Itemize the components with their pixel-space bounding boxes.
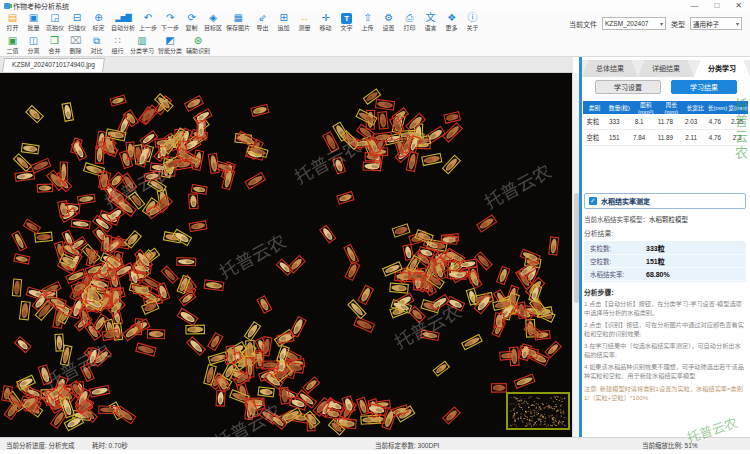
seed-type-select[interactable]: 通用种子 ▾	[690, 17, 742, 30]
tab-overall-result[interactable]: 总体结果	[582, 60, 638, 77]
auto-analyze-button[interactable]: ▂▅▇ 自动分析	[109, 12, 137, 32]
compare-icon: ⧉	[93, 35, 100, 47]
classify-learning-button[interactable]: ▥ 分类学习	[128, 35, 156, 55]
table-cell: 7.84	[626, 134, 652, 141]
batch-button[interactable]: ▣ 批量	[23, 12, 44, 32]
binary-button[interactable]: ▣ 二值	[2, 35, 23, 55]
seed-image-canvas[interactable]	[0, 73, 572, 437]
image-file-tab[interactable]: KZSM_20240710174940.jpg	[2, 58, 105, 72]
status-bar: 当前分析进度: 分析完成 耗时: 0.70秒 当前标定参数: 300DPI 当前…	[0, 437, 750, 450]
binary-icon: ▣	[8, 35, 17, 47]
move-button[interactable]: ✛ 移动	[315, 12, 336, 32]
toolbar-row-1: ▤ 打开 ▣ 批量 ◲ 高拍仪 ⊟ 扫描仪	[2, 12, 483, 32]
copy-icon: ⟳	[187, 12, 195, 24]
print-button[interactable]: ⎙ 打印	[399, 12, 420, 32]
export-button[interactable]: ⇙ 导出	[252, 12, 273, 32]
table-cell: 333	[603, 118, 626, 125]
table-cell: 4.76	[703, 134, 726, 141]
measure-icon: ↔	[300, 12, 310, 24]
tab-classify-learning[interactable]: 分类学习	[694, 60, 750, 77]
scanner-button[interactable]: ⊟ 扫描仪	[66, 12, 88, 32]
save-image-button[interactable]: ▦ 保存图片	[224, 12, 252, 32]
table-row[interactable]: 实粒3338.111.782.034.762.35	[583, 114, 748, 130]
append-button[interactable]: ⊞ 追加	[273, 12, 294, 32]
step-text: 1.点击【自动分析】按钮，在分类学习-学习设置-模型选项中选择待分析的水稻类别。	[584, 300, 746, 318]
table-cell: 2.35	[727, 118, 748, 125]
language-button[interactable]: 文 语言	[420, 12, 441, 32]
step-text: 4.如果该水稻品种识别效果不理想，可手动筛选出若干该品种实粒和空粒，用于新建水稻…	[584, 363, 746, 381]
table-row[interactable]: 空粒1517.8411.892.114.762.3	[583, 130, 748, 146]
tab-detail-result[interactable]: 详细结果	[638, 60, 694, 77]
auto-analyze-icon: ▂▅▇	[115, 12, 130, 24]
next-step-icon: ↷	[166, 12, 174, 24]
target-area-button[interactable]: ◈ 目标区	[202, 12, 224, 32]
target-area-icon: ◈	[209, 12, 217, 24]
close-button[interactable]: ✕	[735, 0, 742, 11]
prev-step-button[interactable]: ↶ 上一步	[137, 12, 159, 32]
current-file-label: 当前文件	[569, 19, 597, 29]
rice-rate-checkbox[interactable]: ✓ 水稻结实率测定	[584, 193, 746, 209]
table-cell: 11.89	[652, 134, 678, 141]
table-header-row: 类别数量(粒)面积(mm²)周长(mm)长宽比长(mm)宽(mm)	[583, 101, 748, 114]
export-icon: ⇙	[258, 12, 266, 24]
minimap[interactable]	[506, 392, 570, 430]
table-cell: 2.3	[727, 134, 748, 141]
current-file-select[interactable]: KZSM_202407 ▾	[602, 17, 666, 30]
table-cell: 4.76	[703, 118, 726, 125]
about-button[interactable]: ⓘ 关于	[462, 12, 483, 32]
next-step-button[interactable]: ↷ 下一步	[159, 12, 181, 32]
table-header-cell: 数量(粒)	[606, 103, 632, 112]
table-cell: 151	[603, 134, 626, 141]
table-cell: 空粒	[583, 133, 603, 142]
print-icon: ⎙	[406, 12, 414, 24]
current-model-line: 当前水稻结实率模型：水稻颗粒模型	[584, 214, 746, 224]
chevron-down-icon: ▾	[736, 20, 739, 27]
class-stats-table: 类别数量(粒)面积(mm²)周长(mm)长宽比长(mm)宽(mm) 实粒3338…	[583, 101, 748, 146]
calibrate-button[interactable]: ⊕ 标定	[88, 12, 109, 32]
canvas-vertical-scrollbar[interactable]	[572, 73, 579, 437]
more-icon: ❖	[447, 12, 456, 24]
status-calibration: 当前标定参数: 300DPI	[375, 440, 439, 450]
delete-button[interactable]: ⌧ 删除	[65, 35, 86, 55]
file-controls: 当前文件 KZSM_202407 ▾ 类型 通用种子 ▾	[569, 17, 742, 30]
learning-settings-button[interactable]: 学习设置	[595, 80, 661, 94]
copy-button[interactable]: ⟳ 复制	[181, 12, 202, 32]
table-cell: 2.03	[679, 118, 704, 125]
table-header-cell: 宽(mm)	[728, 103, 747, 112]
merge-button[interactable]: ❐ 合并	[44, 35, 65, 55]
maximize-button[interactable]: □	[714, 0, 719, 11]
analysis-steps: 1.点击【自动分析】按钮，在分类学习-学习设置-模型选项中选择待分析的水稻类别。…	[584, 300, 746, 381]
settings-button[interactable]: ⚙ 设置	[378, 12, 399, 32]
separate-button[interactable]: ◫ 分离	[23, 35, 44, 55]
toolbar-row-2: ▣ 二值 ◫ 分离 ❐ 合并 ⌧ 删除	[2, 35, 212, 55]
measure-button[interactable]: ↔ 测量	[294, 12, 315, 32]
result-tabs: 总体结果 详细结果 分类学习	[582, 60, 750, 77]
doc-camera-button[interactable]: ◲ 高拍仪	[44, 12, 66, 32]
text-button[interactable]: T 文字	[336, 12, 357, 32]
upload-button[interactable]: ⇧ 上传	[357, 12, 378, 32]
prev-step-icon: ↶	[144, 12, 152, 24]
results-panel: 总体结果 详细结果 分类学习 学习设置 学习结果 类别数量(粒)面积(mm²)周…	[579, 57, 750, 437]
merge-icon: ❐	[50, 35, 59, 47]
compare-button[interactable]: ⧉ 对比	[86, 35, 107, 55]
analysis-result-box: 实粒数: 333粒 空粒数: 151粒 水稻结实率: 68.80%	[584, 241, 746, 282]
batch-icon: ▣	[29, 12, 38, 24]
smart-classify-button[interactable]: ◩ 智能分类	[156, 35, 184, 55]
table-header-cell: 长(mm)	[707, 103, 728, 112]
text-icon: T	[341, 13, 352, 24]
group-button[interactable]: ∷ 组行	[107, 35, 128, 55]
more-button[interactable]: ❖ 更多	[441, 12, 462, 32]
separate-icon: ◫	[29, 35, 38, 47]
step-text: 2.点击【识别】按钮，可在分析图片中通过对应颜色查看实粒和空粒的识别效果;	[584, 321, 746, 339]
app-window: 作物考种分析系统 — □ ✕ ▤ 打开 ▣ 批量 ◲	[0, 0, 750, 454]
learning-result-button[interactable]: 学习结果	[671, 80, 737, 94]
open-button[interactable]: ▤ 打开	[2, 12, 23, 32]
minimize-button[interactable]: —	[690, 0, 698, 11]
table-cell: 实粒	[583, 117, 603, 126]
assist-recognize-icon: ⊛	[194, 35, 202, 47]
app-logo-icon	[4, 3, 10, 9]
language-icon: 文	[426, 12, 436, 24]
assist-recognize-button[interactable]: ⊛ 辅助识别	[184, 35, 212, 55]
status-progress: 当前分析进度: 分析完成	[6, 440, 75, 450]
table-cell: 2.11	[679, 134, 704, 141]
